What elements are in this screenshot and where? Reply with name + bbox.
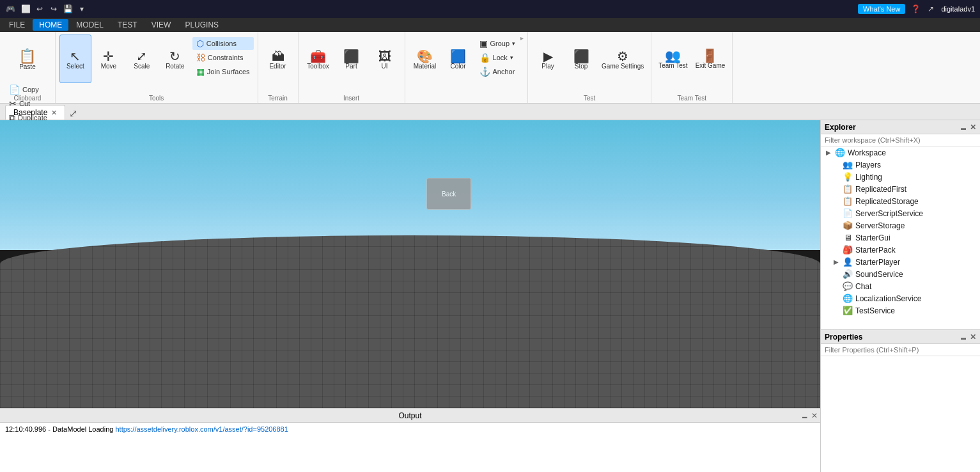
join-surfaces-button[interactable]: ▦ Join Surfaces — [192, 65, 254, 78]
menu-view[interactable]: VIEW — [145, 19, 178, 31]
play-icon: ▶ — [543, 50, 553, 63]
explorer-panel: ▶🌐Workspace 👥Players 💡Lighting 📋Replicat… — [821, 134, 980, 330]
baseplate-label: Back — [442, 191, 456, 198]
output-minimize-icon[interactable]: 🗕 — [801, 411, 809, 420]
share-icon[interactable]: ↗ — [926, 4, 936, 14]
explorer-item-lighting[interactable]: 💡Lighting — [821, 171, 980, 183]
explorer-item-startergui[interactable]: 🖥StarterGui — [821, 232, 980, 244]
test-label: Test — [528, 95, 651, 102]
app-icon: 🎮 — [5, 4, 15, 14]
explorer-item-label: ReplicatedFirst — [855, 185, 906, 194]
menu-model[interactable]: MODEL — [70, 19, 110, 31]
undo-icon[interactable]: ↩ — [35, 4, 45, 14]
output-log-link[interactable]: https://assetdelivery.roblox.com/v1/asse… — [115, 425, 288, 433]
explorer-item-serverstorage[interactable]: 📦ServerStorage — [821, 219, 980, 232]
menu-home[interactable]: HOME — [33, 19, 68, 31]
copy-button[interactable]: 📄 Copy — [5, 83, 51, 96]
explorer-item-label: Players — [855, 161, 881, 169]
properties-controls: 🗕 ✕ — [960, 333, 976, 342]
explorer-item-label: Lighting — [855, 173, 882, 182]
ribbon-test-group: ▶ Play ⬛ Stop ⚙ Game Settings Test — [528, 32, 651, 103]
team-test-button[interactable]: 👥 Team Test — [655, 35, 690, 83]
explorer-item-label: ServerScriptService — [855, 209, 923, 218]
move-button[interactable]: ✛ Move — [93, 35, 125, 83]
explorer-pin-icon[interactable]: 🗕 — [960, 123, 967, 132]
toolbox-button[interactable]: 🧰 Toolbox — [302, 35, 334, 83]
part-button[interactable]: ⬛ Part — [336, 35, 368, 83]
explorer-header: Explorer 🗕 ✕ — [821, 120, 980, 134]
explorer-item-starterpack[interactable]: 🎒StarterPack — [821, 244, 980, 256]
explorer-item-icon: ✅ — [843, 306, 853, 315]
expand-viewport-button[interactable]: ⤢ — [65, 107, 78, 120]
constraints-button[interactable]: ⛓ Constraints — [192, 51, 254, 64]
viewport-canvas[interactable]: Back — [0, 120, 820, 408]
game-settings-button[interactable]: ⚙ Game Settings — [598, 35, 647, 83]
explorer-item-icon: 📄 — [843, 208, 853, 218]
right-panel: Explorer 🗕 ✕ ▶🌐Workspace 👥Players 💡Light… — [820, 120, 980, 472]
menu-test[interactable]: TEST — [111, 19, 144, 31]
dropdown-icon[interactable]: ▾ — [77, 4, 87, 14]
ui-button[interactable]: 🖼 UI — [369, 35, 401, 83]
rotate-button[interactable]: ↻ Rotate — [159, 35, 191, 83]
explorer-item-label: StarterPlayer — [855, 258, 900, 267]
explorer-item-icon: 👤 — [843, 257, 853, 267]
explorer-item-players[interactable]: 👥Players — [821, 159, 980, 171]
explorer-item-localizationservice[interactable]: 🌐LocalizationService — [821, 292, 980, 304]
output-close-icon[interactable]: ✕ — [811, 411, 818, 420]
baseplate-object[interactable]: Back — [426, 178, 471, 210]
explorer-item-workspace[interactable]: ▶🌐Workspace — [821, 146, 980, 159]
lock-button[interactable]: 🔒 Lock ▾ — [476, 51, 520, 64]
menu-file[interactable]: FILE — [3, 19, 31, 31]
collisions-button[interactable]: ⬡ Collisions — [192, 37, 254, 50]
explorer-item-soundservice[interactable]: 🔊SoundService — [821, 268, 980, 280]
exit-game-button[interactable]: 🚪 Exit Game — [692, 35, 729, 83]
filter-workspace-input[interactable] — [821, 134, 980, 146]
properties-pin-icon[interactable]: 🗕 — [960, 333, 967, 342]
explorer-item-replicatedstorage[interactable]: 📋ReplicatedStorage — [821, 195, 980, 207]
viewport: Back Output 🗕 ✕ 12:10:40.996 - DataModel… — [0, 120, 820, 472]
explorer-item-starterplayer[interactable]: ▶👤StarterPlayer — [821, 256, 980, 268]
terrain-label: Terrain — [258, 95, 298, 102]
explorer-item-chat[interactable]: 💬Chat — [821, 280, 980, 292]
properties-close-icon[interactable]: ✕ — [970, 333, 976, 342]
color-button[interactable]: 🟦 Color — [442, 35, 474, 83]
editor-button[interactable]: 🏔 Editor — [262, 35, 294, 83]
main-area: Back Output 🗕 ✕ 12:10:40.996 - DataModel… — [0, 120, 980, 472]
explorer-item-label: Chat — [855, 282, 871, 291]
explorer-item-label: Workspace — [848, 148, 886, 157]
group-button[interactable]: ▣ Group ▾ — [476, 37, 520, 50]
anchor-button[interactable]: ⚓ Anchor — [476, 65, 520, 78]
paste-icon: 📋 — [19, 49, 36, 63]
explorer-item-replicatedfirst[interactable]: 📋ReplicatedFirst — [821, 183, 980, 195]
edit-expand[interactable]: ▸ — [520, 35, 524, 42]
clipboard-label: Clipboard — [0, 95, 55, 102]
scale-icon: ⤢ — [136, 50, 147, 63]
save-icon[interactable]: 💾 — [63, 4, 73, 14]
constraints-icon: ⛓ — [196, 53, 205, 62]
output-header: Output 🗕 ✕ — [0, 409, 820, 423]
expand-arrow-icon: ▶ — [834, 258, 840, 265]
collisions-icon: ⬡ — [196, 39, 204, 48]
explorer-close-icon[interactable]: ✕ — [970, 123, 976, 132]
redo-icon[interactable]: ↪ — [49, 4, 59, 14]
help-icon[interactable]: ❓ — [910, 4, 921, 14]
explorer-item-icon: 📦 — [843, 221, 853, 230]
play-button[interactable]: ▶ Play — [532, 35, 564, 83]
new-file-icon[interactable]: ⬜ — [20, 4, 31, 14]
explorer-item-serverscriptservice[interactable]: 📄ServerScriptService — [821, 207, 980, 219]
whats-new-button[interactable]: What's New — [858, 4, 905, 14]
select-button[interactable]: ↖ Select — [59, 35, 91, 83]
material-button[interactable]: 🎨 Material — [409, 35, 441, 83]
explorer-controls: 🗕 ✕ — [960, 123, 976, 132]
material-icon: 🎨 — [417, 50, 433, 63]
titlebar: 🎮 ⬜ ↩ ↪ 💾 ▾ What's New ❓ ↗ digitaladv1 — [0, 0, 980, 18]
stop-button[interactable]: ⬛ Stop — [565, 35, 597, 83]
explorer-item-label: SoundService — [855, 270, 903, 279]
menu-plugins[interactable]: PLUGINS — [178, 19, 225, 31]
sky-background — [0, 120, 820, 250]
tab-close-button[interactable]: ✕ — [51, 109, 57, 117]
paste-button[interactable]: 📋 Paste — [12, 35, 43, 83]
explorer-item-testservice[interactable]: ✅TestService — [821, 304, 980, 317]
scale-button[interactable]: ⤢ Scale — [126, 35, 158, 83]
filter-properties-input[interactable] — [821, 344, 980, 356]
